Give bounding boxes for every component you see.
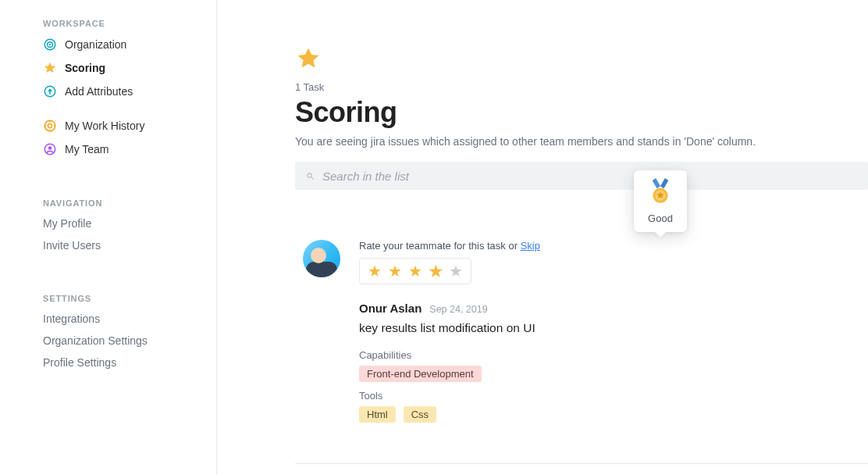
sidebar-item-my-work-history[interactable]: My Work History <box>43 114 201 138</box>
task-count: 1 Task <box>295 81 868 93</box>
rating-tooltip: Good <box>634 170 687 232</box>
sidebar-heading: WORKSPACE <box>43 19 201 28</box>
search-icon <box>306 172 315 180</box>
sidebar-link-profile-settings[interactable]: Profile Settings <box>43 352 201 373</box>
tool-tag: Html <box>359 406 396 423</box>
star-icon <box>295 45 868 72</box>
sidebar-item-label: My Team <box>65 143 109 155</box>
tools-label: Tools <box>359 390 868 402</box>
sidebar-link-my-profile[interactable]: My Profile <box>43 212 201 234</box>
medal-icon <box>649 178 672 205</box>
search-input[interactable] <box>322 170 857 183</box>
sidebar-link-integrations[interactable]: Integrations <box>43 308 201 330</box>
svg-point-2 <box>49 44 51 45</box>
capabilities-label: Capabilities <box>359 349 868 361</box>
page-subtitle: You are seeing jira issues which assigne… <box>295 135 868 148</box>
sidebar-item-label: My Work History <box>65 120 144 132</box>
avatar <box>303 240 340 277</box>
rating-star-4[interactable]: ★ <box>428 262 444 280</box>
skip-link[interactable]: Skip <box>521 240 540 252</box>
capabilities-row: Front-end Development <box>359 366 868 382</box>
tools-row: HtmlCss <box>359 406 868 423</box>
task-card: Rate your teammate for this task or Skip… <box>295 240 868 464</box>
sidebar-item-add-attributes[interactable]: Add Attributes <box>43 80 201 103</box>
person-circle-icon <box>43 142 57 156</box>
task-author: Onur Aslan <box>359 302 422 315</box>
sidebar-link-organization-settings[interactable]: Organization Settings <box>43 330 201 352</box>
sidebar-heading: NAVIGATION <box>43 198 201 208</box>
rating-star-2[interactable]: ★ <box>388 263 402 279</box>
search-input-wrap[interactable] <box>295 162 868 190</box>
task-date: Sep 24, 2019 <box>429 304 487 315</box>
tool-tag: Css <box>404 406 436 423</box>
rating-star-5[interactable]: ★ <box>449 263 463 279</box>
rating-star-1[interactable]: ★ <box>368 263 382 279</box>
rating-tooltip-label: Good <box>648 212 673 224</box>
sidebar-item-label: Scoring <box>65 62 105 74</box>
sidebar-item-label: Organization <box>65 38 126 51</box>
target-icon <box>43 38 57 52</box>
rate-prompt: Rate your teammate for this task or Skip <box>359 240 868 252</box>
svg-point-5 <box>48 123 52 127</box>
sidebar: WORKSPACEOrganizationScoringAdd Attribut… <box>0 0 217 475</box>
sidebar-item-my-team[interactable]: My Team <box>43 138 201 161</box>
sidebar-item-scoring[interactable]: Scoring <box>43 56 201 80</box>
up-circle-icon <box>43 84 57 98</box>
rating-stars[interactable]: ★★★★★ <box>359 258 471 284</box>
page-title: Scoring <box>295 96 868 129</box>
sidebar-item-label: Add Attributes <box>65 85 133 98</box>
main: 1 Task Scoring You are seeing jira issue… <box>217 0 868 475</box>
capability-tag: Front-end Development <box>359 366 482 382</box>
task-title: key results list modification on UI <box>359 321 868 335</box>
sidebar-link-invite-users[interactable]: Invite Users <box>43 234 201 256</box>
star-icon <box>43 61 57 75</box>
sidebar-heading: SETTINGS <box>43 294 201 303</box>
svg-point-11 <box>48 146 52 150</box>
rating-star-3[interactable]: ★ <box>408 263 422 279</box>
gear-badge-icon <box>43 119 57 133</box>
svg-point-12 <box>308 173 312 177</box>
svg-line-13 <box>311 177 314 179</box>
sidebar-item-organization[interactable]: Organization <box>43 33 201 56</box>
